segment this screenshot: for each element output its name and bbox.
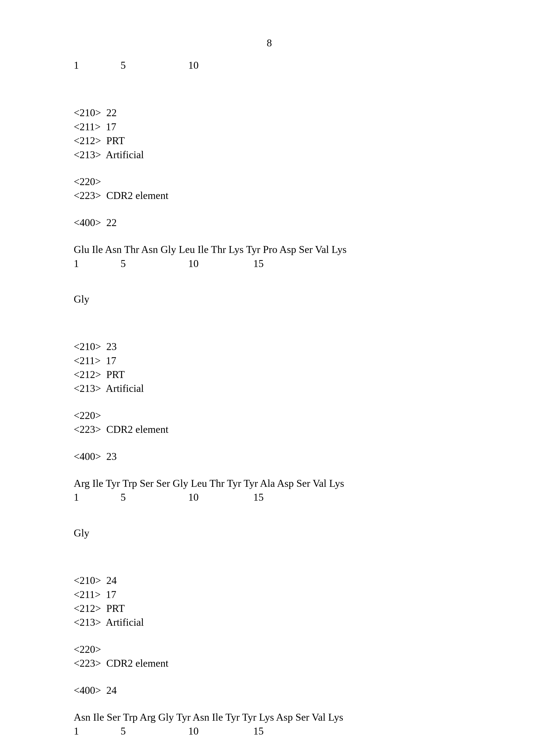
header-213: <213> Artificial — [74, 148, 347, 162]
header-213: <213> Artificial — [74, 382, 347, 395]
header-223: <223> CDR2 element — [74, 656, 347, 670]
page-number: 8 — [267, 37, 272, 49]
sequence-line: Arg Ile Tyr Trp Ser Ser Gly Leu Thr Tyr … — [74, 477, 347, 490]
ruler-line: 1 5 10 — [74, 58, 347, 72]
header-223: <223> CDR2 element — [74, 423, 347, 436]
header-211: <211> 17 — [74, 354, 347, 367]
header-212: <212> PRT — [74, 602, 347, 615]
header-220: <220> — [74, 409, 347, 422]
header-400: <400> 24 — [74, 684, 347, 697]
header-220: <220> — [74, 175, 347, 188]
header-212: <212> PRT — [74, 134, 347, 147]
header-213: <213> Artificial — [74, 615, 347, 629]
header-210: <210> 22 — [74, 106, 347, 119]
ruler-line: 1 5 10 15 — [74, 724, 347, 738]
header-223: <223> CDR2 element — [74, 189, 347, 202]
sequence-line: Asn Ile Ser Trp Arg Gly Tyr Asn Ile Tyr … — [74, 710, 347, 724]
document-content: 1 5 10 <210> 22 <211> 17 <212> PRT <213>… — [74, 58, 347, 739]
header-211: <211> 17 — [74, 588, 347, 601]
header-210: <210> 23 — [74, 340, 347, 353]
header-400: <400> 22 — [74, 216, 347, 229]
sequence-tail: Gly — [74, 292, 347, 306]
header-212: <212> PRT — [74, 368, 347, 381]
sequence-tail: Gly — [74, 526, 347, 540]
header-211: <211> 17 — [74, 120, 347, 134]
header-210: <210> 24 — [74, 574, 347, 587]
header-400: <400> 23 — [74, 450, 347, 463]
sequence-line: Glu Ile Asn Thr Asn Gly Leu Ile Thr Lys … — [74, 243, 347, 256]
ruler-line: 1 5 10 15 — [74, 257, 347, 270]
header-220: <220> — [74, 643, 347, 656]
ruler-line: 1 5 10 15 — [74, 490, 347, 504]
